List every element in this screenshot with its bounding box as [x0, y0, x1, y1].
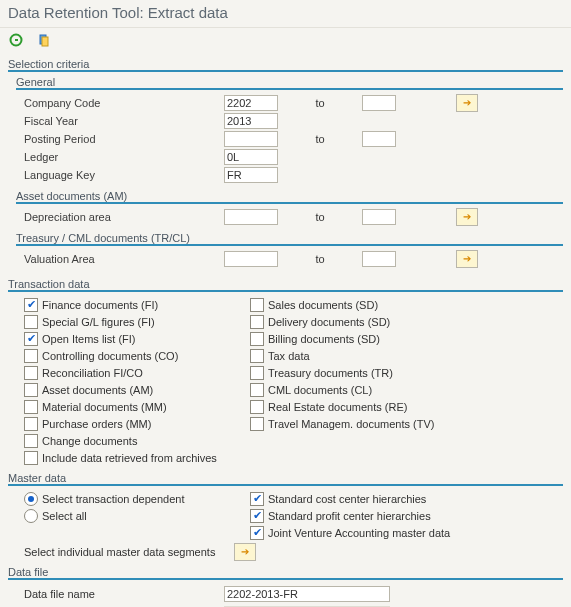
asset-docs-label: Asset documents (AM): [16, 190, 563, 202]
segments-button[interactable]: ➔: [234, 543, 256, 561]
checkbox[interactable]: [24, 417, 38, 431]
checkbox-row: ✔Open Items list (FI): [24, 330, 234, 347]
document-icon[interactable]: [36, 32, 52, 48]
checkbox-row: ✔Joint Venture Accounting master data: [250, 524, 510, 541]
multiple-selection-button[interactable]: ➔: [456, 208, 478, 226]
language-key-label: Language Key: [8, 166, 224, 184]
checkbox-row: ✔Finance documents (FI): [24, 296, 234, 313]
selection-criteria-label: Selection criteria: [8, 58, 563, 70]
data-file-label: Data file: [8, 566, 563, 578]
checkbox-row: ✔Standard cost center hierarchies: [250, 490, 510, 507]
checkbox-row: Tax data: [250, 347, 510, 364]
language-key-input[interactable]: [224, 167, 278, 183]
checkbox[interactable]: [24, 366, 38, 380]
valuation-area-from[interactable]: [224, 251, 278, 267]
execute-icon[interactable]: [8, 32, 24, 48]
checkbox-row: CML documents (CL): [250, 381, 510, 398]
transaction-right-column: Sales documents (SD)Delivery documents (…: [234, 296, 510, 466]
checkbox[interactable]: [250, 332, 264, 346]
checkbox[interactable]: ✔: [250, 509, 264, 523]
checkbox[interactable]: [250, 366, 264, 380]
posting-period-label: Posting Period: [8, 130, 224, 148]
page-title: Data Retention Tool: Extract data: [0, 0, 571, 28]
checkbox-row: Include data retrieved from archives: [24, 449, 234, 466]
checkbox-label: Reconciliation FI/CO: [42, 367, 143, 379]
general-label: General: [16, 76, 563, 88]
checkbox-label: Asset documents (AM): [42, 384, 153, 396]
checkbox[interactable]: [250, 383, 264, 397]
checkbox-label: Controlling documents (CO): [42, 350, 178, 362]
segments-label: Select individual master data segments: [8, 546, 224, 558]
multiple-selection-button[interactable]: ➔: [456, 94, 478, 112]
transaction-data-label: Transaction data: [8, 278, 563, 290]
posting-period-from[interactable]: [224, 131, 278, 147]
checkbox-label: Material documents (MM): [42, 401, 167, 413]
radio-transaction-dependent[interactable]: [24, 492, 38, 506]
multiple-selection-button[interactable]: ➔: [456, 250, 478, 268]
checkbox-row: Reconciliation FI/CO: [24, 364, 234, 381]
checkbox-row: Material documents (MM): [24, 398, 234, 415]
checkbox-label: Standard profit center hierarchies: [268, 510, 431, 522]
checkbox[interactable]: [24, 434, 38, 448]
checkbox-label: Tax data: [268, 350, 310, 362]
radio-select-all[interactable]: [24, 509, 38, 523]
checkbox[interactable]: ✔: [24, 298, 38, 312]
checkbox-label: Billing documents (SD): [268, 333, 380, 345]
checkbox-label: Purchase orders (MM): [42, 418, 151, 430]
checkbox-label: Joint Venture Accounting master data: [268, 527, 450, 539]
checkbox[interactable]: [250, 349, 264, 363]
checkbox-label: Special G/L figures (FI): [42, 316, 155, 328]
check-icon: ✔: [253, 527, 262, 538]
file-name-input[interactable]: [224, 586, 390, 602]
transaction-left-column: ✔Finance documents (FI)Special G/L figur…: [8, 296, 234, 466]
arrow-right-icon: ➔: [463, 250, 471, 268]
checkbox-row: Special G/L figures (FI): [24, 313, 234, 330]
checkbox-label: Finance documents (FI): [42, 299, 158, 311]
treasury-label: Treasury / CML documents (TR/CL): [16, 232, 563, 244]
depreciation-area-to[interactable]: [362, 209, 396, 225]
checkbox-row: Delivery documents (SD): [250, 313, 510, 330]
radio-label: Select transaction dependent: [42, 493, 185, 505]
checkbox-row: Travel Managem. documents (TV): [250, 415, 510, 432]
checkbox-label: Sales documents (SD): [268, 299, 378, 311]
file-name-label: Data file name: [8, 588, 224, 600]
arrow-right-icon: ➔: [463, 208, 471, 226]
checkbox-row: Treasury documents (TR): [250, 364, 510, 381]
checkbox[interactable]: [24, 349, 38, 363]
toolbar: [0, 28, 571, 52]
to-label: to: [278, 208, 362, 226]
master-opts-column: ✔Standard cost center hierarchies✔Standa…: [234, 490, 510, 541]
checkbox[interactable]: [24, 400, 38, 414]
ledger-input[interactable]: [224, 149, 278, 165]
checkbox[interactable]: ✔: [24, 332, 38, 346]
fiscal-year-input[interactable]: [224, 113, 278, 129]
valuation-area-to[interactable]: [362, 251, 396, 267]
checkbox[interactable]: [250, 417, 264, 431]
company-code-to[interactable]: [362, 95, 396, 111]
check-icon: ✔: [253, 493, 262, 504]
checkbox[interactable]: [24, 315, 38, 329]
checkbox[interactable]: ✔: [250, 526, 264, 540]
company-code-label: Company Code: [8, 94, 224, 112]
radio-label: Select all: [42, 510, 87, 522]
checkbox-row: Change documents: [24, 432, 234, 449]
master-data-label: Master data: [8, 472, 563, 484]
company-code-from[interactable]: [224, 95, 278, 111]
fiscal-year-label: Fiscal Year: [8, 112, 224, 130]
checkbox[interactable]: ✔: [250, 492, 264, 506]
checkbox[interactable]: [250, 400, 264, 414]
checkbox-label: Treasury documents (TR): [268, 367, 393, 379]
checkbox[interactable]: [24, 451, 38, 465]
checkbox-label: CML documents (CL): [268, 384, 372, 396]
posting-period-to[interactable]: [362, 131, 396, 147]
check-icon: ✔: [253, 510, 262, 521]
to-label: to: [278, 250, 362, 268]
depreciation-area-label: Depreciation area: [8, 208, 224, 226]
checkbox[interactable]: [24, 383, 38, 397]
checkbox-label: Change documents: [42, 435, 137, 447]
checkbox[interactable]: [250, 298, 264, 312]
checkbox-row: Billing documents (SD): [250, 330, 510, 347]
checkbox[interactable]: [250, 315, 264, 329]
ledger-label: Ledger: [8, 148, 224, 166]
depreciation-area-from[interactable]: [224, 209, 278, 225]
